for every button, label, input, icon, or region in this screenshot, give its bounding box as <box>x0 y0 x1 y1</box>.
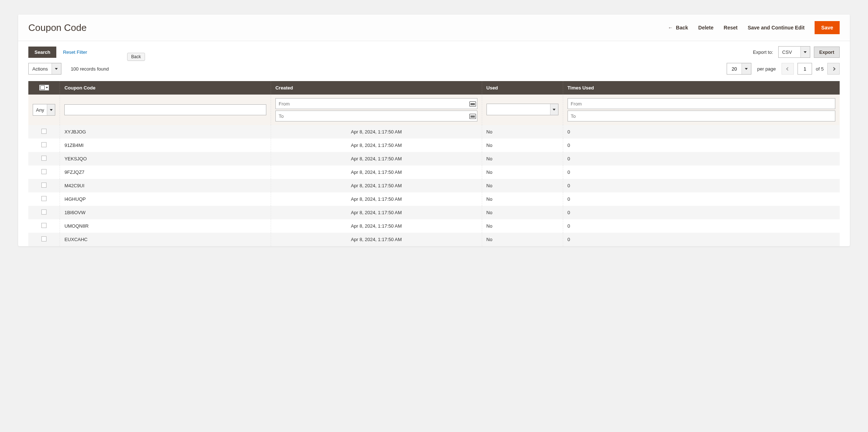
filter-any-caret[interactable] <box>47 104 55 115</box>
cell-created: Apr 8, 2024, 1:17:50 AM <box>271 152 482 165</box>
caret-down-icon <box>804 51 807 53</box>
coupon-grid: Coupon Code Created Used Times Used Any <box>28 81 840 246</box>
cell-code: 9FZJQZ7 <box>60 165 271 179</box>
row-checkbox[interactable] <box>41 223 47 228</box>
cell-used: No <box>482 179 563 192</box>
prev-page-button[interactable] <box>782 63 794 75</box>
table-row[interactable]: XYJBJOGApr 8, 2024, 1:17:50 AMNo0 <box>28 125 840 139</box>
col-header-select <box>28 81 60 95</box>
chevron-left-icon <box>786 67 790 71</box>
row-checkbox[interactable] <box>41 156 47 161</box>
row-checkbox[interactable] <box>41 169 47 174</box>
actions-value: Actions <box>29 63 52 74</box>
cell-times: 0 <box>563 125 840 139</box>
filter-times-to[interactable] <box>568 111 835 121</box>
cell-times: 0 <box>563 179 840 192</box>
cell-used: No <box>482 139 563 152</box>
export-format-select[interactable]: CSV <box>778 46 810 58</box>
page-number-input[interactable] <box>798 63 812 75</box>
select-all-checkbox[interactable] <box>39 85 49 91</box>
col-header-code[interactable]: Coupon Code <box>60 81 271 95</box>
cell-created: Apr 8, 2024, 1:17:50 AM <box>271 179 482 192</box>
filter-toolbar: Search Reset Filter Back Export to: CSV … <box>18 41 850 58</box>
filter-created-to[interactable] <box>275 111 477 121</box>
grid-toolbar: Actions 100 records found per page of 5 <box>18 58 850 81</box>
cell-created: Apr 8, 2024, 1:17:50 AM <box>271 125 482 139</box>
export-format-caret[interactable] <box>800 47 810 57</box>
cell-created: Apr 8, 2024, 1:17:50 AM <box>271 192 482 206</box>
filter-times-from[interactable] <box>568 98 835 109</box>
back-tooltip: Back <box>127 53 145 61</box>
filter-row: Any <box>28 95 840 125</box>
back-button[interactable]: ← Back <box>668 25 688 31</box>
cell-code: I4GHUQP <box>60 192 271 206</box>
filter-created-from[interactable] <box>275 98 477 109</box>
cell-created: Apr 8, 2024, 1:17:50 AM <box>271 206 482 219</box>
row-checkbox[interactable] <box>41 209 47 215</box>
page-title: Coupon Code <box>28 22 86 33</box>
reset-button[interactable]: Reset <box>724 25 738 31</box>
cell-times: 0 <box>563 165 840 179</box>
cell-created: Apr 8, 2024, 1:17:50 AM <box>271 165 482 179</box>
filter-used-caret[interactable] <box>550 104 558 115</box>
table-row[interactable]: 91ZB4MIApr 8, 2024, 1:17:50 AMNo0 <box>28 139 840 152</box>
caret-down-icon <box>50 109 53 111</box>
caret-down-icon <box>745 68 748 70</box>
row-checkbox[interactable] <box>41 142 47 147</box>
per-page-value[interactable] <box>727 63 742 74</box>
cell-code: M42C9UI <box>60 179 271 192</box>
page-header: Coupon Code ← Back Delete Reset Save and… <box>18 15 850 41</box>
row-checkbox[interactable] <box>41 129 47 134</box>
row-checkbox[interactable] <box>41 183 47 188</box>
table-row[interactable]: I4GHUQPApr 8, 2024, 1:17:50 AMNo0 <box>28 192 840 206</box>
arrow-left-icon: ← <box>668 25 673 31</box>
calendar-icon[interactable] <box>469 101 476 107</box>
table-row[interactable]: M42C9UIApr 8, 2024, 1:17:50 AMNo0 <box>28 179 840 192</box>
search-button[interactable]: Search <box>28 47 56 58</box>
filter-any-value: Any <box>33 104 47 115</box>
caret-down-icon <box>46 87 48 88</box>
save-button[interactable]: Save <box>815 21 840 34</box>
delete-button[interactable]: Delete <box>698 25 714 31</box>
cell-times: 0 <box>563 192 840 206</box>
actions-select[interactable]: Actions <box>28 63 61 75</box>
admin-panel: Coupon Code ← Back Delete Reset Save and… <box>18 15 850 246</box>
cell-code: EUXCAHC <box>60 233 271 246</box>
cell-used: No <box>482 152 563 165</box>
caret-down-icon <box>55 68 58 70</box>
per-page-select[interactable] <box>727 63 751 75</box>
checkbox-icon <box>40 85 45 90</box>
filter-select-any[interactable]: Any <box>33 104 55 116</box>
cell-used: No <box>482 125 563 139</box>
header-actions: ← Back Delete Reset Save and Continue Ed… <box>668 21 840 34</box>
table-row[interactable]: 9FZJQZ7Apr 8, 2024, 1:17:50 AMNo0 <box>28 165 840 179</box>
cell-times: 0 <box>563 219 840 233</box>
filter-used-select[interactable] <box>487 104 558 115</box>
row-checkbox[interactable] <box>41 236 47 241</box>
table-row[interactable]: UMOQN8RApr 8, 2024, 1:17:50 AMNo0 <box>28 219 840 233</box>
col-header-times[interactable]: Times Used <box>563 81 840 95</box>
col-header-used[interactable]: Used <box>482 81 563 95</box>
cell-used: No <box>482 233 563 246</box>
filter-code-input[interactable] <box>64 104 266 115</box>
reset-filter-link[interactable]: Reset Filter <box>63 49 87 55</box>
cell-created: Apr 8, 2024, 1:17:50 AM <box>271 219 482 233</box>
cell-created: Apr 8, 2024, 1:17:50 AM <box>271 233 482 246</box>
next-page-button[interactable] <box>827 63 840 75</box>
export-button[interactable]: Export <box>814 47 840 58</box>
filter-used-value <box>487 104 550 115</box>
cell-times: 0 <box>563 233 840 246</box>
table-row[interactable]: EUXCAHCApr 8, 2024, 1:17:50 AMNo0 <box>28 233 840 246</box>
calendar-icon[interactable] <box>469 113 476 119</box>
page-total-label: of 5 <box>816 66 824 72</box>
table-row[interactable]: 1BI6OVWApr 8, 2024, 1:17:50 AMNo0 <box>28 206 840 219</box>
col-header-created[interactable]: Created <box>271 81 482 95</box>
export-format-value: CSV <box>779 47 800 57</box>
table-row[interactable]: YEKSJQOApr 8, 2024, 1:17:50 AMNo0 <box>28 152 840 165</box>
chevron-right-icon <box>832 67 835 71</box>
cell-code: 1BI6OVW <box>60 206 271 219</box>
per-page-caret[interactable] <box>742 63 751 74</box>
save-continue-button[interactable]: Save and Continue Edit <box>748 25 804 31</box>
row-checkbox[interactable] <box>41 196 47 201</box>
actions-caret[interactable] <box>52 63 61 74</box>
